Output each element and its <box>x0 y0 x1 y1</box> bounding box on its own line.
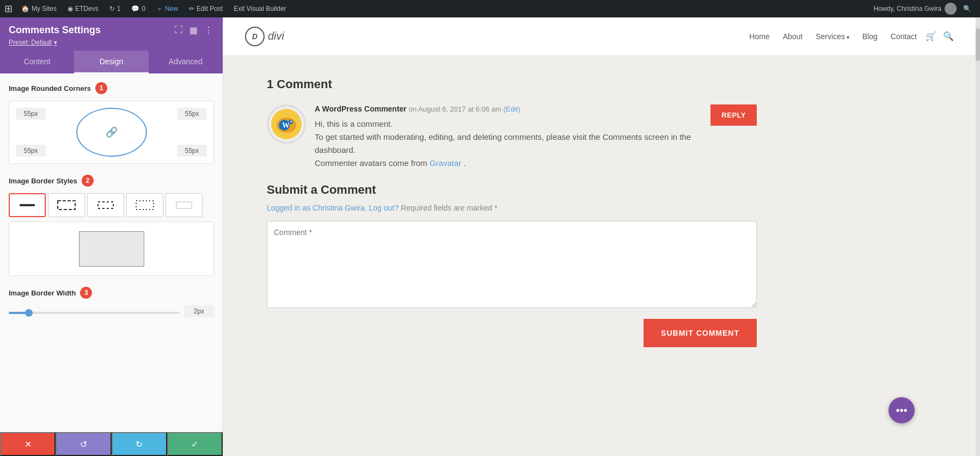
updates-link[interactable]: ↻ 1 <box>105 0 125 17</box>
border-style-none[interactable] <box>166 193 203 217</box>
logout-link[interactable]: Log out? <box>369 204 399 212</box>
border-radius-top-right[interactable] <box>177 108 207 120</box>
border-style-dash-inner[interactable] <box>87 193 124 217</box>
image-border-width-section: Image Border Width 3 <box>9 287 214 317</box>
comment-author-name: A WordPress Commenter <box>315 104 407 113</box>
comment-text-2: To get started with moderating, editing,… <box>315 131 702 157</box>
admin-bar: ⊞ 🏠 My Sites ◉ ETDevs ↻ 1 💬 0 ＋ New ✏ Ed… <box>0 0 980 17</box>
exit-builder-link[interactable]: Exit Visual Builder <box>229 0 291 17</box>
tab-content[interactable]: Content <box>0 51 74 73</box>
edit-post-link[interactable]: ✏ Edit Post <box>185 0 227 17</box>
et-devs-link[interactable]: ◉ ETDevs <box>63 0 103 17</box>
nav-icons: 🛒 🔍 <box>926 31 954 41</box>
cart-icon[interactable]: 🛒 <box>926 31 936 41</box>
svg-rect-3 <box>136 201 154 209</box>
comment-textarea[interactable] <box>267 221 757 308</box>
search-button[interactable]: 🔍 <box>959 0 976 17</box>
comment-edit-link[interactable]: (Edit) <box>503 105 520 113</box>
border-radius-bottom-right[interactable] <box>177 145 207 157</box>
gravatar-link[interactable]: Gravatar <box>430 158 461 168</box>
comments-icon: 💬 <box>131 5 139 13</box>
nav-links: Home About Services Blog Contact <box>749 32 917 41</box>
comment-text-3: Commenter avatars come from Gravatar . <box>315 157 702 170</box>
comments-link[interactable]: 💬 0 <box>127 0 150 17</box>
et-icon: ◉ <box>68 5 73 13</box>
nav-blog[interactable]: Blog <box>862 32 878 41</box>
svg-rect-2 <box>98 202 113 208</box>
my-sites-menu[interactable]: 🏠 My Sites <box>17 0 61 17</box>
wp-logo-icon[interactable]: ⊞ <box>4 3 13 15</box>
svg-rect-0 <box>20 204 35 206</box>
logged-in-link[interactable]: Logged in as Christina Gwira. <box>267 204 367 212</box>
border-width-row <box>9 305 214 317</box>
home-icon: 🏠 <box>21 5 29 13</box>
search-icon[interactable]: 🔍 <box>943 31 954 41</box>
nav-home[interactable]: Home <box>749 32 769 41</box>
comment-body: A WordPress Commenter on August 6, 2017 … <box>315 104 702 170</box>
comment-date: on August 6, 2017 at 6:06 am <box>409 105 501 113</box>
redo-button[interactable]: ↻ <box>112 432 167 456</box>
border-radius-preview: 🔗 <box>76 108 147 157</box>
border-style-dotted[interactable] <box>126 193 163 217</box>
pencil-icon: ✏ <box>189 5 194 13</box>
more-icon[interactable]: ⋮ <box>203 24 214 36</box>
settings-sidebar: Comments Settings ⛶ ▦ ⋮ Preset: Default … <box>0 17 223 456</box>
plus-icon: ＋ <box>156 4 163 14</box>
columns-icon[interactable]: ▦ <box>188 24 199 36</box>
chain-icon[interactable]: 🔗 <box>106 126 118 138</box>
border-style-dash-outer[interactable] <box>48 193 85 217</box>
comments-section: 1 Comment <box>267 77 757 310</box>
inner-border-preview <box>79 231 144 267</box>
image-rounded-corners-section: Image Rounded Corners 1 🔗 <box>9 82 214 164</box>
sidebar-tabs: Content Design Advanced <box>0 51 223 73</box>
badge-1: 1 <box>95 82 107 94</box>
nav-contact[interactable]: Contact <box>891 32 917 41</box>
section-label-3: Image Border Width 3 <box>9 287 214 299</box>
reply-button[interactable]: REPLY <box>710 104 757 126</box>
sidebar-title: Comments Settings <box>9 24 101 36</box>
svg-rect-1 <box>58 201 75 209</box>
nav-about[interactable]: About <box>783 32 803 41</box>
new-menu[interactable]: ＋ New <box>152 0 182 17</box>
section-label-2: Image Border Styles 2 <box>9 175 214 187</box>
border-radius-bottom-left[interactable] <box>16 145 46 157</box>
cancel-button[interactable]: ✕ <box>0 432 56 456</box>
comment-item: W A WordPress Commenter on August 6, 201… <box>267 104 757 170</box>
site-logo: D divi <box>245 27 284 46</box>
main-container: Comments Settings ⛶ ▦ ⋮ Preset: Default … <box>0 17 980 456</box>
svg-point-9 <box>291 121 292 122</box>
logo-text: divi <box>268 30 284 42</box>
howdy-section: Howdy, Christina Gwira <box>874 3 957 15</box>
preset-selector[interactable]: Preset: Default ▾ <box>9 39 214 46</box>
submit-title: Submit a Comment <box>267 183 757 197</box>
badge-2: 2 <box>82 175 94 187</box>
comment-text-1: Hi, this is a comment. <box>315 118 702 131</box>
border-preview-box <box>9 221 214 276</box>
avatar <box>945 3 957 15</box>
border-style-solid[interactable] <box>9 193 46 217</box>
comment-author-line: A WordPress Commenter on August 6, 2017 … <box>315 104 702 113</box>
image-border-styles-section: Image Border Styles 2 <box>9 175 214 276</box>
border-width-input[interactable] <box>184 305 214 317</box>
border-styles-grid <box>9 193 214 217</box>
fab-icon: ••• <box>896 404 907 417</box>
logged-in-text: Logged in as Christina Gwira. Log out? R… <box>267 204 757 212</box>
floating-action-button[interactable]: ••• <box>889 397 915 423</box>
border-radius-control: 🔗 <box>9 101 214 164</box>
scrollbar-thumb <box>976 28 980 61</box>
undo-button[interactable]: ↺ <box>56 432 111 456</box>
right-scrollbar[interactable] <box>976 17 980 456</box>
content-area: D divi Home About Services Blog Contact … <box>223 17 976 456</box>
sidebar-content: Image Rounded Corners 1 🔗 <box>0 73 223 432</box>
tab-design[interactable]: Design <box>74 51 148 73</box>
border-width-slider[interactable] <box>9 312 180 314</box>
page-content: 1 Comment <box>223 56 976 456</box>
avatar-image: W <box>268 106 305 143</box>
save-button[interactable]: ✓ <box>167 432 223 456</box>
border-radius-top-left[interactable] <box>16 108 46 120</box>
tab-advanced[interactable]: Advanced <box>149 51 223 73</box>
logo-circle: D <box>245 27 265 46</box>
nav-services[interactable]: Services <box>816 32 849 41</box>
fullscreen-icon[interactable]: ⛶ <box>173 24 184 36</box>
submit-comment-button[interactable]: SUBMIT COMMENT <box>644 319 757 347</box>
